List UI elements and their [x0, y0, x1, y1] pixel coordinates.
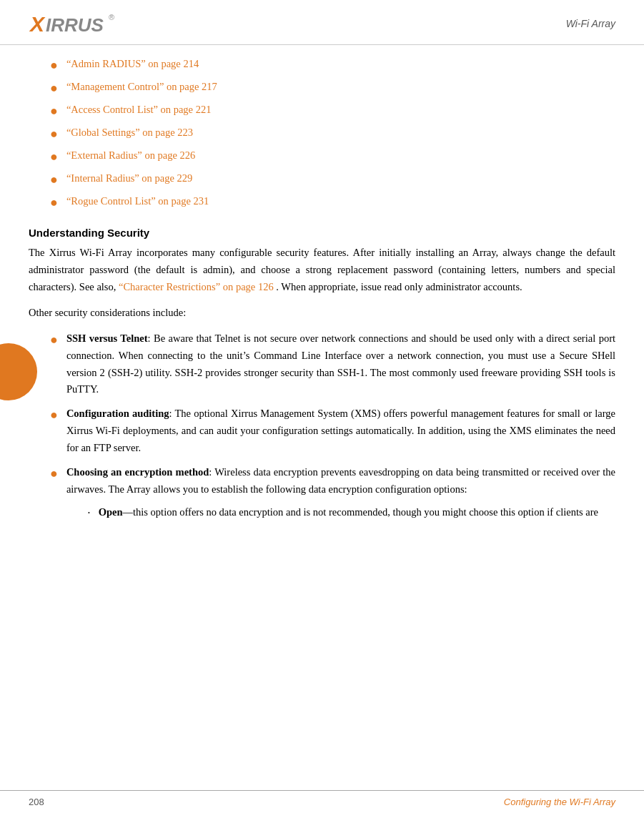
bold-term: SSH versus Telnet	[66, 332, 148, 344]
list-item: ● “External Radius” on page 226	[50, 148, 615, 167]
list-item: • Open—this option offers no data encryp…	[88, 504, 615, 521]
bullet-dot: ●	[50, 405, 58, 426]
list-item: ● “Rogue Control List” on page 231	[50, 194, 615, 212]
page-container: X IRRUS ® Wi-Fi Array ● “Admin RADIUS” o…	[0, 0, 644, 813]
list-item: ● “Internal Radius” on page 229	[50, 171, 615, 189]
list-item: ● SSH versus Telnet: Be aware that Telne…	[50, 330, 615, 399]
list-item-link[interactable]: “Admin RADIUS” on page 214	[66, 56, 199, 72]
top-bullet-list: ● “Admin RADIUS” on page 214 ● “Manageme…	[50, 56, 615, 212]
list-item-link[interactable]: “Management Control” on page 217	[66, 79, 217, 95]
list-item-link[interactable]: “Rogue Control List” on page 231	[66, 194, 209, 210]
page-header: X IRRUS ® Wi-Fi Array	[0, 0, 644, 45]
logo: X IRRUS ®	[29, 10, 129, 37]
list-item: ● Choosing an encryption method: Wireles…	[50, 464, 615, 526]
list-item: ● “Management Control” on page 217	[50, 79, 615, 98]
bullet-dot: ●	[50, 330, 58, 351]
footer-title: Configuring the Wi-Fi Array	[504, 797, 615, 807]
list-item: ● “Global Settings” on page 223	[50, 125, 615, 144]
para1-end-text: . When appropriate, issue read only admi…	[276, 281, 522, 292]
footer-page-number: 208	[29, 797, 44, 807]
sub-bullet-text: : Be aware that Telnet is not secure ove…	[66, 332, 615, 395]
svg-text:IRRUS: IRRUS	[46, 14, 104, 36]
list-item: ● “Access Control List” on page 221	[50, 102, 615, 121]
bullet-dot: ●	[50, 102, 58, 121]
bullet-dot: ●	[50, 463, 58, 485]
bold-term: Open	[99, 506, 123, 518]
list-item: ● “Admin RADIUS” on page 214	[50, 56, 615, 75]
sub-bullet-list: ● SSH versus Telnet: Be aware that Telne…	[50, 330, 615, 526]
bullet-dot: ●	[50, 124, 58, 144]
sub-bullet-content: Choosing an encryption method: Wireless …	[66, 464, 615, 526]
sub-sub-dot: •	[88, 508, 90, 518]
bold-term: Choosing an encryption method	[66, 466, 209, 478]
svg-text:X: X	[29, 12, 46, 36]
list-item: ● Configuration auditing: The optional X…	[50, 405, 615, 457]
section-heading: Understanding Security	[29, 227, 615, 239]
sub-bullet-content: SSH versus Telnet: Be aware that Telnet …	[66, 330, 615, 399]
page-footer: 208 Configuring the Wi-Fi Array	[0, 790, 644, 813]
main-content: ● “Admin RADIUS” on page 214 ● “Manageme…	[0, 45, 644, 547]
header-title: Wi-Fi Array	[566, 18, 615, 29]
sub-sub-text: —this option offers no data encryption a…	[123, 506, 598, 518]
body-paragraph-1: The Xirrus Wi-Fi Array incorporates many…	[29, 245, 615, 296]
sub-sub-content: Open—this option offers no data encrypti…	[99, 504, 615, 521]
list-item-link[interactable]: “Access Control List” on page 221	[66, 102, 212, 118]
logo-svg: X IRRUS ®	[29, 10, 129, 37]
list-item-link[interactable]: “External Radius” on page 226	[66, 148, 195, 164]
list-item-link[interactable]: “Global Settings” on page 223	[66, 125, 193, 141]
body-paragraph-2: Other security considerations include:	[29, 305, 615, 322]
sub-bullet-content: Configuration auditing: The optional Xir…	[66, 405, 615, 457]
bullet-dot: ●	[50, 170, 58, 189]
list-item-link[interactable]: “Internal Radius” on page 229	[66, 171, 192, 187]
bullet-dot: ●	[50, 56, 58, 75]
bold-term: Configuration auditing	[66, 408, 169, 419]
character-restrictions-link[interactable]: “Character Restrictions” on page 126	[119, 281, 274, 292]
svg-text:®: ®	[109, 13, 114, 21]
sub-sub-list: • Open—this option offers no data encryp…	[88, 504, 615, 521]
bullet-dot: ●	[50, 147, 58, 167]
bullet-dot: ●	[50, 79, 58, 98]
bullet-dot: ●	[50, 193, 58, 212]
